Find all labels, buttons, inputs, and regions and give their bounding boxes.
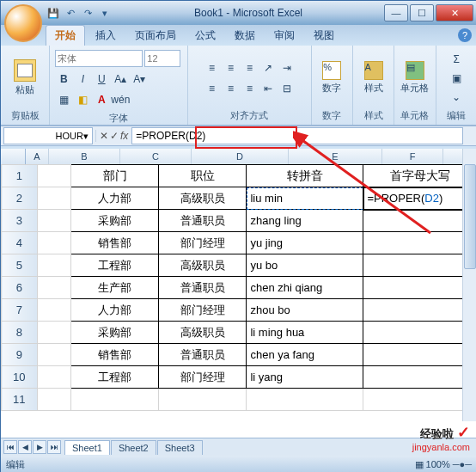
wrap-button[interactable]: ⇥	[278, 59, 296, 77]
cell[interactable]: 部门经理	[159, 366, 247, 389]
qat-dropdown-icon[interactable]: ▾	[97, 5, 113, 21]
cell[interactable]	[363, 322, 476, 344]
cell[interactable]: chen ya fang	[247, 344, 363, 366]
cell[interactable]: 销售部	[70, 344, 158, 366]
scroll-thumb[interactable]	[464, 164, 476, 269]
redo-icon[interactable]: ↷	[80, 5, 95, 21]
tab-nav-next[interactable]: ▶	[33, 440, 46, 454]
header-cell[interactable]: 部门	[70, 165, 158, 187]
tab-nav-prev[interactable]: ◀	[18, 440, 32, 454]
fx-icon[interactable]: fx	[120, 130, 128, 142]
close-button[interactable]: ✕	[436, 4, 473, 21]
cell[interactable]: 高级职员	[159, 322, 247, 344]
font-combo[interactable]: 宋体	[55, 50, 143, 67]
col-header-D[interactable]: D	[192, 149, 289, 164]
row-header[interactable]: 10	[2, 366, 38, 389]
header-cell[interactable]: 转拼音	[247, 165, 363, 187]
align-top-button[interactable]: ≡	[203, 59, 220, 77]
sheet-tab-3[interactable]: Sheet3	[157, 440, 203, 455]
tab-view[interactable]: 视图	[305, 26, 343, 46]
bold-button[interactable]: B	[55, 70, 72, 88]
row-header[interactable]: 1	[2, 165, 38, 187]
row-header[interactable]: 2	[2, 187, 38, 210]
accept-formula-icon[interactable]: ✓	[110, 130, 119, 142]
cell[interactable]	[363, 277, 476, 299]
merge-button[interactable]: ⊟	[278, 80, 296, 97]
cell[interactable]: =PROPER(D2)	[363, 187, 476, 210]
number-format-button[interactable]: %数字	[322, 61, 341, 95]
cell[interactable]: yu jing	[247, 232, 363, 254]
align-middle-button[interactable]: ≡	[222, 59, 239, 77]
cell[interactable]: li ming hua	[247, 322, 363, 344]
zoom-level[interactable]: 100%	[426, 459, 450, 469]
sheet-tab-2[interactable]: Sheet2	[111, 440, 156, 455]
row-header[interactable]: 5	[2, 254, 38, 277]
col-header-C[interactable]: C	[120, 149, 192, 164]
col-header-A[interactable]: A	[26, 149, 49, 164]
col-header-F[interactable]: F	[382, 149, 443, 164]
tab-formulas[interactable]: 公式	[186, 26, 224, 46]
cell[interactable]	[363, 299, 476, 322]
select-all-corner[interactable]	[1, 149, 26, 164]
cell[interactable]: 采购部	[70, 210, 158, 232]
cell[interactable]: 高级职员	[159, 187, 247, 210]
help-icon[interactable]: ?	[458, 28, 472, 42]
row-header[interactable]: 4	[2, 232, 38, 254]
cell[interactable]: 销售部	[70, 232, 158, 254]
cell[interactable]	[363, 210, 476, 232]
fill-color-button[interactable]: ◧	[74, 91, 91, 108]
row-header[interactable]: 3	[2, 210, 38, 232]
cell[interactable]: 部门经理	[159, 232, 247, 254]
orientation-button[interactable]: ↗	[259, 59, 277, 77]
cell[interactable]	[363, 366, 476, 389]
col-header-B[interactable]: B	[49, 149, 120, 164]
col-header-E[interactable]: E	[289, 149, 382, 164]
cell[interactable]	[363, 254, 476, 277]
cell[interactable]: 工程部	[70, 366, 158, 389]
grow-font-button[interactable]: A▴	[112, 70, 129, 88]
cancel-formula-icon[interactable]: ✕	[100, 130, 108, 142]
cell[interactable]: 部门经理	[159, 299, 247, 322]
tab-review[interactable]: 审阅	[265, 26, 303, 46]
cell[interactable]: liu min	[247, 187, 363, 210]
name-box[interactable]: HOUR ▾	[3, 127, 93, 144]
cell[interactable]: 普通职员	[159, 277, 247, 299]
cell[interactable]: zhou bo	[247, 299, 363, 322]
maximize-button[interactable]: ☐	[410, 4, 434, 21]
cell[interactable]: 高级职员	[159, 254, 247, 277]
worksheet[interactable]: ABCDEF 1部门职位转拼音首字母大写2人力部高级职员liu min=PROP…	[1, 149, 476, 438]
header-cell[interactable]: 首字母大写	[363, 165, 476, 187]
clear-button[interactable]: ⌄	[448, 89, 465, 106]
vertical-scrollbar[interactable]	[462, 149, 476, 421]
cell[interactable]	[363, 344, 476, 366]
formula-input[interactable]: =PROPER(D2)	[131, 127, 463, 144]
tab-pagelayout[interactable]: 页面布局	[126, 26, 185, 46]
shrink-font-button[interactable]: A▾	[131, 70, 148, 88]
save-icon[interactable]: 💾	[46, 5, 61, 21]
view-normal-icon[interactable]: ▦	[415, 459, 424, 469]
styles-button[interactable]: A样式	[364, 61, 383, 95]
phonetic-button[interactable]: wén	[112, 91, 129, 108]
cell[interactable]: 生产部	[70, 277, 158, 299]
cell[interactable]	[363, 232, 476, 254]
row-header[interactable]: 9	[2, 344, 38, 366]
autosum-button[interactable]: Σ	[448, 51, 465, 68]
tab-insert[interactable]: 插入	[87, 26, 125, 46]
cell[interactable]: li yang	[247, 366, 363, 389]
row-header[interactable]: 7	[2, 299, 38, 322]
align-center-button[interactable]: ≡	[222, 80, 239, 97]
cell[interactable]: 工程部	[70, 254, 158, 277]
cell[interactable]: 普通职员	[159, 344, 247, 366]
undo-icon[interactable]: ↶	[63, 5, 78, 21]
underline-button[interactable]: U	[93, 70, 110, 88]
row-header[interactable]: 6	[2, 277, 38, 299]
tab-home[interactable]: 开始	[46, 25, 85, 46]
office-button[interactable]	[4, 4, 42, 42]
cell[interactable]: 人力部	[70, 187, 158, 210]
cell[interactable]: chen zhi qiang	[247, 277, 363, 299]
align-left-button[interactable]: ≡	[203, 80, 220, 97]
cell[interactable]: yu bo	[247, 254, 363, 277]
align-bottom-button[interactable]: ≡	[241, 59, 258, 77]
cell[interactable]: zhang ling	[247, 210, 363, 232]
cells-button[interactable]: ▤单元格	[400, 61, 429, 95]
